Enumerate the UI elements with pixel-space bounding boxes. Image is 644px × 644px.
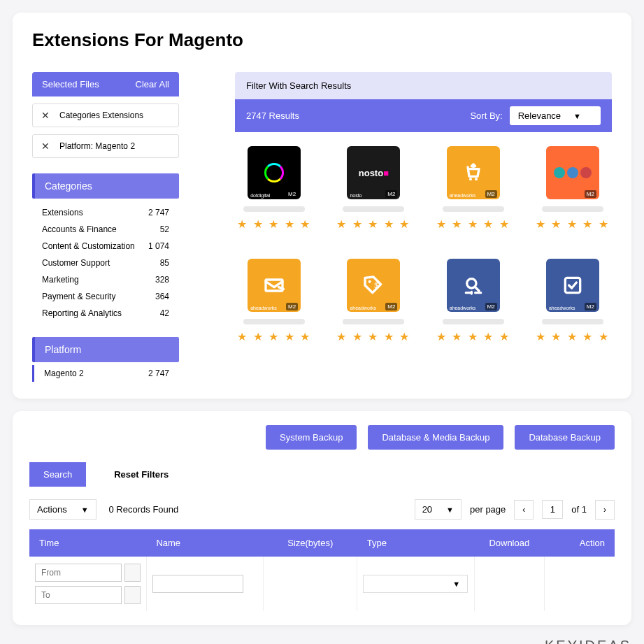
platform-header: Platform bbox=[32, 337, 179, 362]
product-thumb: nosto■ nosto M2 bbox=[347, 146, 400, 199]
product-thumb: aheadworks M2 bbox=[447, 259, 500, 312]
chevron-down-icon: ▼ bbox=[573, 112, 581, 120]
product-thumb: aheadworks M2 bbox=[248, 259, 301, 312]
category-item[interactable]: Marketing328 bbox=[32, 271, 179, 288]
product-card[interactable]: M2 ★ ★ ★ ★ ★ bbox=[534, 146, 612, 231]
close-icon[interactable]: ✕ bbox=[41, 110, 50, 121]
product-title-placeholder bbox=[542, 206, 603, 212]
product-card[interactable]: aheadworks M2 ★ ★ ★ ★ ★ bbox=[534, 259, 612, 343]
product-card[interactable]: dotdigital M2 ★ ★ ★ ★ ★ bbox=[235, 146, 313, 231]
product-card[interactable]: aheadworks M2 ★ ★ ★ ★ ★ bbox=[434, 146, 513, 231]
records-found: 0 Records Found bbox=[109, 504, 179, 515]
product-card[interactable]: aheadworks M2 ★ ★ ★ ★ ★ bbox=[235, 259, 313, 343]
from-picker-button[interactable] bbox=[124, 564, 141, 582]
star-rating: ★ ★ ★ ★ ★ bbox=[334, 217, 413, 231]
chevron-down-icon: ▼ bbox=[452, 580, 460, 588]
tab-search[interactable]: Search bbox=[29, 462, 86, 487]
product-thumb: aheadworks M2 bbox=[447, 146, 500, 199]
star-rating: ★ ★ ★ ★ ★ bbox=[334, 330, 413, 343]
svg-text:$: $ bbox=[375, 281, 379, 289]
name-filter-input[interactable] bbox=[152, 575, 243, 593]
time-from-input[interactable] bbox=[35, 564, 122, 582]
page-total: of 1 bbox=[571, 504, 587, 515]
filter-chip: ✕ Categories Extensions bbox=[32, 103, 179, 127]
sort-value: Relevance bbox=[518, 110, 561, 121]
svg-rect-2 bbox=[266, 280, 282, 291]
col-type[interactable]: Type bbox=[357, 529, 474, 557]
selected-files-label: Selected Files bbox=[42, 79, 99, 90]
filter-chip: ✕ Platform: Magento 2 bbox=[32, 134, 179, 158]
selected-files-header: Selected Files Clear All bbox=[32, 72, 179, 96]
product-card[interactable]: nosto■ nosto M2 ★ ★ ★ ★ ★ bbox=[334, 146, 413, 231]
database-backup-button[interactable]: Database Backup bbox=[515, 425, 615, 450]
clear-all-button[interactable]: Clear All bbox=[136, 79, 169, 90]
database-media-backup-button[interactable]: Database & Media Backup bbox=[368, 425, 503, 450]
category-item[interactable]: Customer Support85 bbox=[32, 255, 179, 271]
prev-page-button[interactable]: ‹ bbox=[514, 500, 534, 520]
actions-dropdown[interactable]: Actions ▼ bbox=[29, 499, 96, 520]
product-card[interactable]: $ aheadworks M2 ★ ★ ★ ★ ★ bbox=[334, 259, 413, 343]
col-action[interactable]: Action bbox=[545, 529, 615, 557]
col-download[interactable]: Download bbox=[474, 529, 544, 557]
star-rating: ★ ★ ★ ★ ★ bbox=[235, 217, 313, 231]
backup-table: Time Name Size(bytes) Type Download Acti… bbox=[29, 529, 615, 611]
chevron-down-icon: ▼ bbox=[446, 506, 454, 514]
time-to-input[interactable] bbox=[35, 586, 122, 604]
category-item[interactable]: Payment & Security364 bbox=[32, 288, 179, 305]
results-bar: 2747 Results Sort By: Relevance ▼ bbox=[235, 99, 612, 132]
type-filter-dropdown[interactable]: ▼ bbox=[363, 575, 468, 593]
page-size-value: 20 bbox=[422, 504, 432, 515]
page-size-dropdown[interactable]: 20 ▼ bbox=[415, 499, 461, 520]
product-thumb: $ aheadworks M2 bbox=[347, 259, 400, 312]
page-title: Extensions For Magento bbox=[32, 29, 612, 51]
reset-filters-button[interactable]: Reset Filters bbox=[100, 462, 183, 487]
star-rating: ★ ★ ★ ★ ★ bbox=[434, 330, 513, 343]
col-name[interactable]: Name bbox=[146, 529, 263, 557]
category-item[interactable]: Content & Customization1 074 bbox=[32, 238, 179, 255]
svg-point-3 bbox=[368, 280, 371, 283]
content-area: Filter With Search Results 2747 Results … bbox=[235, 72, 612, 382]
category-item[interactable]: Reporting & Analytics42 bbox=[32, 305, 179, 322]
page-number-input[interactable] bbox=[542, 500, 563, 519]
category-item[interactable]: Extensions2 747 bbox=[32, 204, 179, 221]
product-title-placeholder bbox=[542, 319, 603, 324]
product-title-placeholder bbox=[343, 319, 404, 324]
platform-item[interactable]: Magento 22 747 bbox=[32, 365, 179, 382]
star-rating: ★ ★ ★ ★ ★ bbox=[235, 330, 313, 343]
star-rating: ★ ★ ★ ★ ★ bbox=[534, 217, 612, 231]
chip-label: Platform: Magento 2 bbox=[59, 141, 135, 151]
product-title-placeholder bbox=[443, 319, 504, 324]
system-backup-button[interactable]: System Backup bbox=[266, 425, 357, 450]
svg-point-1 bbox=[475, 178, 478, 180]
col-time[interactable]: Time bbox=[29, 529, 146, 557]
close-icon[interactable]: ✕ bbox=[41, 141, 50, 152]
star-rating: ★ ★ ★ ★ ★ bbox=[534, 330, 612, 343]
product-card[interactable]: aheadworks M2 ★ ★ ★ ★ ★ bbox=[434, 259, 513, 343]
svg-point-0 bbox=[469, 178, 472, 180]
actions-label: Actions bbox=[37, 504, 67, 515]
categories-header: Categories bbox=[32, 173, 179, 199]
results-count: 2747 Results bbox=[246, 110, 299, 121]
star-rating: ★ ★ ★ ★ ★ bbox=[434, 217, 513, 231]
filter-search-label: Filter With Search Results bbox=[235, 72, 612, 99]
per-page-label: per page bbox=[470, 504, 506, 515]
product-thumb: M2 bbox=[546, 146, 599, 199]
next-page-button[interactable]: › bbox=[595, 500, 615, 520]
product-title-placeholder bbox=[443, 206, 504, 212]
col-size[interactable]: Size(bytes) bbox=[264, 529, 357, 557]
chip-label: Categories Extensions bbox=[59, 110, 143, 120]
brand-name: KEYIDEAS bbox=[13, 638, 631, 644]
brand-logo: KEYIDEAS agility·ingenuity·reliability bbox=[0, 638, 644, 644]
product-title-placeholder bbox=[243, 206, 305, 212]
to-picker-button[interactable] bbox=[124, 586, 141, 604]
product-title-placeholder bbox=[243, 319, 305, 324]
sort-select[interactable]: Relevance ▼ bbox=[510, 106, 601, 125]
product-thumb: dotdigital M2 bbox=[248, 146, 301, 199]
product-title-placeholder bbox=[343, 206, 404, 212]
product-thumb: aheadworks M2 bbox=[546, 259, 599, 312]
chevron-down-icon: ▼ bbox=[81, 506, 89, 514]
sort-by-label: Sort By: bbox=[470, 110, 502, 121]
sidebar: Selected Files Clear All ✕ Categories Ex… bbox=[32, 72, 179, 382]
category-item[interactable]: Accounts & Finance52 bbox=[32, 221, 179, 238]
